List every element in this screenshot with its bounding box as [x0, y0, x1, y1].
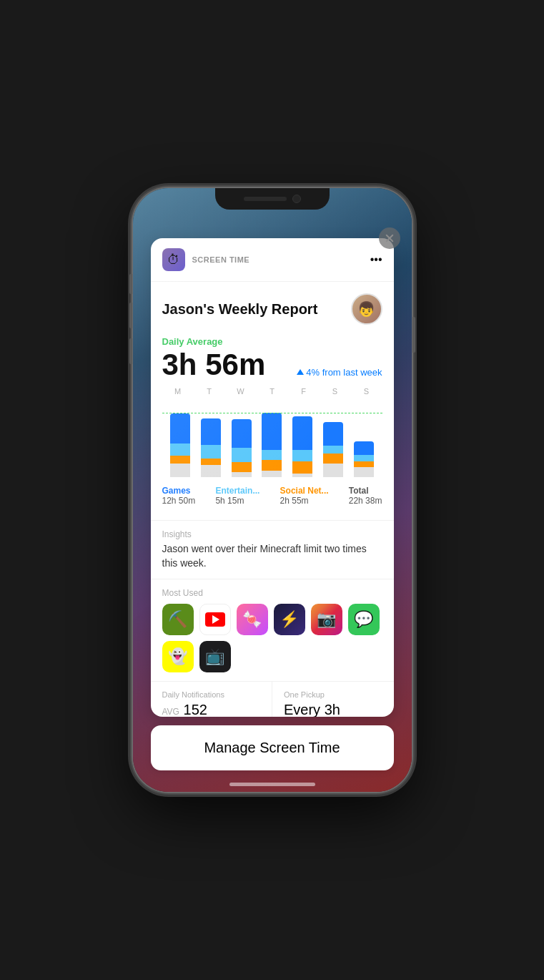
bar-group-M — [167, 413, 193, 477]
daily-average-time: 3h 56m — [162, 350, 266, 380]
screen: ⏱ SCREEN TIME ••• Jason's Weekly Report … — [133, 188, 412, 792]
camera — [292, 195, 301, 203]
volume-down-button[interactable] — [129, 338, 132, 364]
dots-label: ••• — [370, 253, 382, 266]
silent-button[interactable] — [129, 274, 132, 294]
manage-screen-time-button[interactable]: Manage Screen Time — [151, 725, 394, 770]
app-icon-youtube[interactable] — [199, 604, 231, 635]
day-T2: T — [259, 387, 285, 396]
bar-games — [323, 422, 343, 446]
day-M: M — [165, 387, 191, 396]
bar-other — [170, 464, 190, 477]
up-arrow-icon — [297, 369, 304, 375]
time-hours: 3h — [162, 348, 197, 381]
most-used-section: Most Used ⛏️🍬⚡📷💬👻📺 — [151, 579, 394, 681]
header-left: ⏱ SCREEN TIME — [162, 248, 250, 271]
day-W: W — [228, 387, 254, 396]
title-row: Jason's Weekly Report 👦 — [162, 293, 382, 325]
notifications-stat: Daily Notifications AVG 152 — [151, 682, 273, 717]
legend-social-value: 2h 55m — [280, 496, 309, 506]
chart-area: M T W T F S S — [162, 387, 382, 477]
power-button[interactable] — [412, 317, 415, 353]
most-used-label: Most Used — [162, 588, 382, 598]
bar-games — [262, 413, 282, 450]
app-icon-instagram[interactable]: 📷 — [311, 604, 342, 635]
bar-entertainment — [170, 444, 190, 456]
insights-section: Insights Jason went over their Minecraft… — [151, 520, 394, 579]
pickups-stat: One Pickup Every 3h — [272, 682, 394, 717]
bar-games — [232, 419, 252, 447]
day-labels: M T W T F S S — [162, 387, 382, 396]
bar-entertainment — [323, 446, 343, 454]
app-icon-snapchat[interactable]: 👻 — [162, 641, 194, 672]
bar-social — [292, 461, 312, 474]
bar-other — [323, 464, 343, 477]
notifications-value: AVG 152 — [162, 702, 261, 717]
more-options-button[interactable]: ••• — [370, 253, 382, 266]
bar-games — [292, 416, 312, 450]
day-F: F — [291, 387, 317, 396]
bar-entertainment — [354, 455, 374, 461]
speaker — [244, 197, 287, 201]
pickups-label: One Pickup — [284, 690, 382, 699]
avatar: 👦 — [351, 293, 382, 325]
bar-social — [354, 461, 374, 467]
legend-total-value: 22h 38m — [349, 496, 382, 506]
legend-total: Total 22h 38m — [349, 486, 382, 506]
bar-other — [354, 467, 374, 477]
app-icon-tv[interactable]: 📺 — [199, 641, 231, 672]
app-icon-fortnite[interactable]: ⚡ — [274, 604, 305, 635]
bar-group-T — [198, 418, 224, 478]
bar-other — [262, 471, 282, 477]
app-icon-candy-crush[interactable]: 🍬 — [237, 604, 268, 635]
day-S1: S — [322, 387, 348, 396]
bar-entertainment — [292, 450, 312, 462]
close-button[interactable] — [379, 227, 400, 249]
change-text: 4% from last week — [306, 367, 382, 378]
legend-row: Games 12h 50m Entertain... 5h 15m Social… — [162, 486, 382, 509]
time-row: 3h 56m 4% from last week — [162, 350, 382, 380]
avg-prefix: AVG — [162, 707, 179, 717]
app-icon-messages[interactable]: 💬 — [348, 604, 380, 635]
bar-other — [232, 472, 252, 478]
volume-up-button[interactable] — [129, 303, 132, 328]
home-indicator[interactable] — [229, 783, 315, 786]
card-body: Jason's Weekly Report 👦 Daily Average 3h… — [151, 282, 394, 520]
bar-games — [354, 441, 374, 455]
notch — [215, 188, 330, 210]
bar-group-T — [259, 413, 285, 477]
bar-games — [170, 413, 190, 444]
bar-social — [232, 462, 252, 471]
insights-text: Jason went over their Minecraft limit tw… — [162, 542, 382, 570]
insights-label: Insights — [162, 529, 382, 539]
screen-content: ⏱ SCREEN TIME ••• Jason's Weekly Report … — [133, 188, 412, 792]
bar-group-W — [229, 419, 254, 477]
legend-social: Social Net... 2h 55m — [280, 486, 329, 506]
bar-social — [170, 456, 190, 464]
bar-group-F — [290, 416, 315, 477]
legend-total-name: Total — [349, 486, 369, 496]
phone-frame: ⏱ SCREEN TIME ••• Jason's Weekly Report … — [133, 188, 412, 792]
bar-social — [262, 460, 282, 471]
day-T1: T — [197, 387, 222, 396]
app-icons-row: ⛏️🍬⚡📷💬👻📺 — [162, 604, 382, 672]
legend-games: Games 12h 50m — [162, 486, 196, 506]
time-minutes: 56m — [205, 348, 265, 381]
legend-games-name: Games — [162, 486, 191, 496]
screen-time-app-icon: ⏱ — [162, 248, 185, 271]
bar-entertainment — [262, 450, 282, 460]
app-name-label: SCREEN TIME — [192, 255, 250, 264]
bar-entertainment — [201, 445, 221, 459]
notifications-label: Daily Notifications — [162, 690, 261, 699]
card-header: ⏱ SCREEN TIME ••• — [151, 238, 394, 282]
day-S2: S — [354, 387, 380, 396]
app-icon-minecraft[interactable]: ⛏️ — [162, 604, 194, 635]
pickups-value: Every 3h — [284, 702, 382, 717]
stats-row: Daily Notifications AVG 152 One Pickup E… — [151, 681, 394, 717]
bar-entertainment — [232, 448, 252, 463]
average-line — [162, 413, 382, 413]
bar-social — [201, 459, 221, 465]
notifications-number: 152 — [184, 702, 207, 717]
legend-entertainment-name: Entertain... — [215, 486, 259, 496]
bar-games — [201, 418, 221, 446]
